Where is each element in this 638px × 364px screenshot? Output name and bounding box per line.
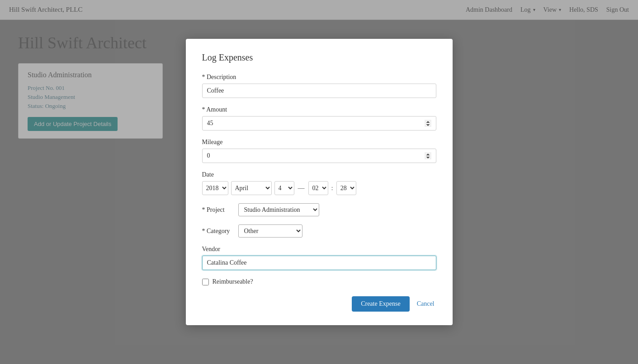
cancel-button[interactable]: Cancel xyxy=(415,296,436,312)
description-input[interactable] xyxy=(202,84,436,98)
category-group: * Category OtherFoodTravelOffice Supplie… xyxy=(202,224,436,238)
date-dash: — xyxy=(297,184,306,192)
date-row: 20162017201820192020 JanuaryFebruaryMarc… xyxy=(202,181,436,195)
date-label: Date xyxy=(202,171,436,178)
project-select[interactable]: Studio AdministrationProject AProject B xyxy=(238,203,319,216)
vendor-group: Vendor xyxy=(202,246,436,270)
create-expense-button[interactable]: Create Expense xyxy=(352,296,409,312)
vendor-label: Vendor xyxy=(202,246,436,253)
modal-footer: Create Expense Cancel xyxy=(202,296,436,312)
project-label: * Project xyxy=(202,206,234,214)
description-label: * Description xyxy=(202,74,436,81)
reimburseable-label[interactable]: Reimburseable? xyxy=(213,278,253,285)
amount-input[interactable] xyxy=(202,116,436,131)
modal-overlay: Log Expenses * Description * Amount Mile… xyxy=(0,0,638,364)
amount-wrapper xyxy=(202,116,436,131)
amount-group: * Amount xyxy=(202,106,436,131)
date-colon: : xyxy=(331,184,334,192)
project-group: * Project Studio AdministrationProject A… xyxy=(202,203,436,216)
day-select[interactable]: 1234567891011121314151617181920212223242… xyxy=(274,181,294,195)
date-group: Date 20162017201820192020 JanuaryFebruar… xyxy=(202,171,436,195)
amount-label: * Amount xyxy=(202,106,436,113)
mileage-wrapper xyxy=(202,149,436,163)
reimburseable-checkbox[interactable] xyxy=(202,279,209,285)
vendor-input[interactable] xyxy=(202,256,436,270)
mileage-group: Mileage xyxy=(202,139,436,163)
category-label: * Category xyxy=(202,228,234,235)
log-expenses-modal: Log Expenses * Description * Amount Mile… xyxy=(186,39,453,325)
minute-select[interactable]: 0001020304050607080910111213141516171819… xyxy=(336,181,356,195)
year-select[interactable]: 20162017201820192020 xyxy=(202,181,228,195)
month-select[interactable]: JanuaryFebruaryMarchAprilMayJuneJulyAugu… xyxy=(231,181,272,195)
modal-title: Log Expenses xyxy=(202,52,436,63)
reimburseable-group: Reimburseable? xyxy=(202,278,436,285)
description-group: * Description xyxy=(202,74,436,98)
mileage-label: Mileage xyxy=(202,139,436,146)
category-select[interactable]: OtherFoodTravelOffice SuppliesEquipment xyxy=(238,224,302,238)
mileage-input[interactable] xyxy=(202,149,436,163)
hour-select[interactable]: 0001020304050607080910111213141516171819… xyxy=(308,181,328,195)
